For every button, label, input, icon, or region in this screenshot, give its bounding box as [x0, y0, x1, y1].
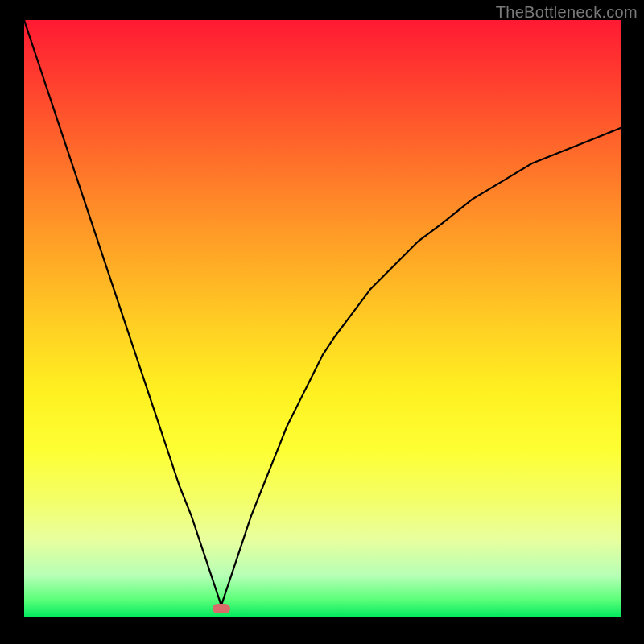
plot-area: [24, 20, 621, 617]
chart-frame: TheBottleneck.com: [0, 0, 644, 644]
watermark-text: TheBottleneck.com: [496, 3, 638, 22]
optimum-marker: [213, 604, 230, 613]
